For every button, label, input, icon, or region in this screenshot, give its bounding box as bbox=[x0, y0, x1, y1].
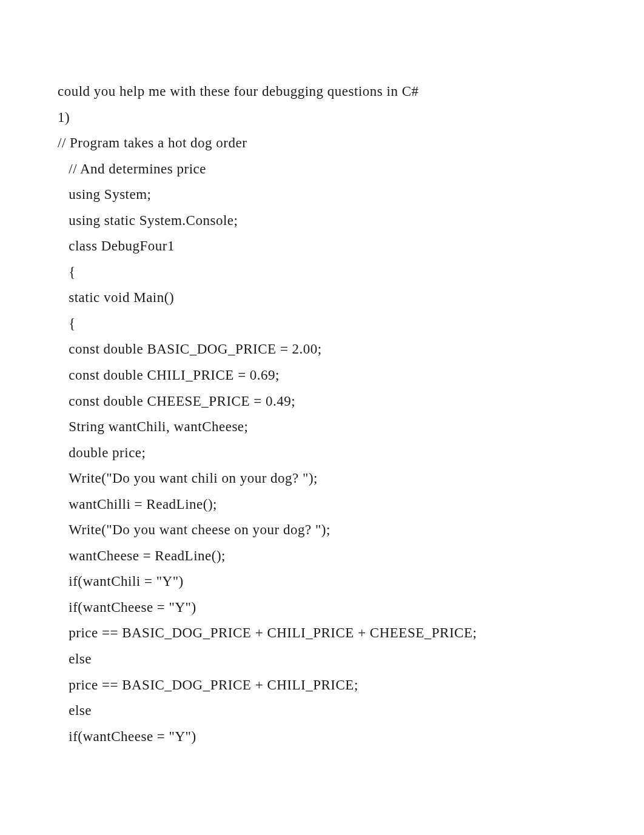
code-line: if(wantChili = "Y") bbox=[58, 569, 586, 595]
code-line: const double CHEESE_PRICE = 0.49; bbox=[58, 389, 586, 415]
code-line: if(wantCheese = "Y") bbox=[58, 595, 586, 621]
code-line: // Program takes a hot dog order bbox=[58, 130, 586, 156]
code-line: could you help me with these four debugg… bbox=[58, 79, 586, 105]
code-line: { bbox=[58, 260, 586, 286]
code-line: Write("Do you want chili on your dog? ")… bbox=[58, 466, 586, 492]
document-body: could you help me with these four debugg… bbox=[58, 79, 586, 749]
code-line: // And determines price bbox=[58, 156, 586, 183]
code-line: else bbox=[58, 698, 586, 724]
code-line: Write("Do you want cheese on your dog? "… bbox=[58, 517, 586, 543]
code-line: else bbox=[58, 646, 586, 672]
code-line: wantCheese = ReadLine(); bbox=[58, 543, 586, 569]
code-line: price == BASIC_DOG_PRICE + CHILI_PRICE +… bbox=[58, 620, 586, 646]
code-line: double price; bbox=[58, 440, 586, 466]
code-line: String wantChili, wantCheese; bbox=[58, 414, 586, 440]
code-line: const double CHILI_PRICE = 0.69; bbox=[58, 363, 586, 389]
code-line: using static System.Console; bbox=[58, 208, 586, 234]
code-line: class DebugFour1 bbox=[58, 233, 586, 260]
code-line: 1) bbox=[58, 105, 586, 131]
code-line: wantChilli = ReadLine(); bbox=[58, 492, 586, 518]
code-line: const double BASIC_DOG_PRICE = 2.00; bbox=[58, 337, 586, 363]
code-line: static void Main() bbox=[58, 285, 586, 311]
code-line: if(wantCheese = "Y") bbox=[58, 724, 586, 750]
code-line: { bbox=[58, 311, 586, 337]
code-line: using System; bbox=[58, 182, 586, 208]
code-line: price == BASIC_DOG_PRICE + CHILI_PRICE; bbox=[58, 672, 586, 699]
